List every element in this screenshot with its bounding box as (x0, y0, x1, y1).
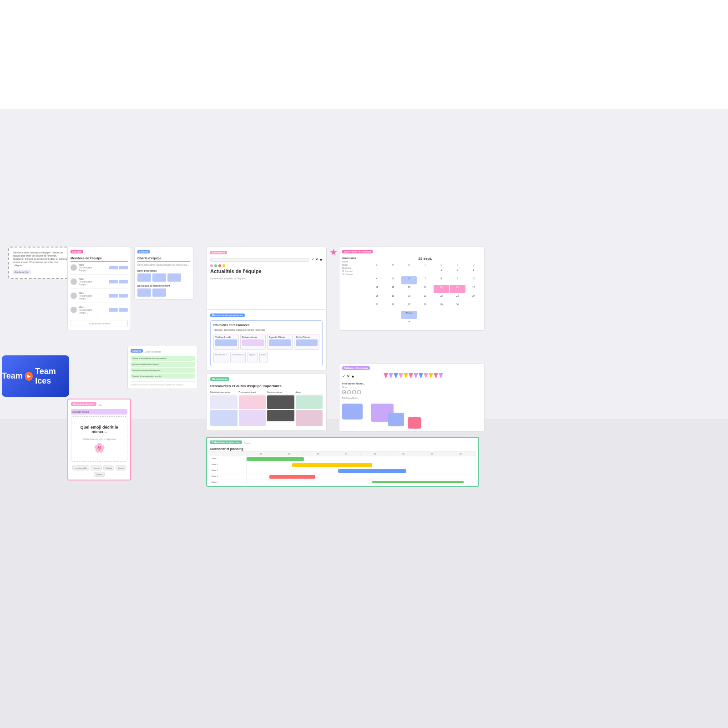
doc-card-1[interactable]: Tableau Lundi (213, 334, 239, 350)
vote-btn-5[interactable]: Curieux (94, 472, 105, 477)
cal-day[interactable] (385, 311, 400, 319)
ressource-item-1[interactable] (210, 395, 238, 409)
cal-day[interactable] (401, 268, 417, 276)
cal-day[interactable]: Réunion (401, 311, 417, 319)
cal-day[interactable] (417, 319, 433, 328)
vote-btn-1[interactable]: Incontournable (72, 465, 89, 470)
cal-day[interactable]: 8 (434, 276, 449, 284)
cal-day[interactable] (369, 311, 384, 319)
cal-day[interactable]: 23 (450, 293, 465, 302)
cal-day[interactable] (466, 319, 481, 328)
team-logo-widget[interactable]: Team ▶ Team Ices (2, 355, 69, 397)
ressource-item-6[interactable] (267, 410, 294, 421)
cal-day-event[interactable]: 16 (450, 285, 465, 293)
annonces-label: Annonces (210, 251, 227, 254)
cal-day[interactable] (417, 268, 433, 276)
gantt-area: S1 S2 S3 S4 S5 S6 S7 S8 Tâche 1 Tâche 2 (210, 451, 475, 483)
cal-day[interactable]: 28 (401, 319, 417, 328)
ressource-item-8[interactable] (296, 410, 323, 426)
cal-day[interactable]: 9 (450, 276, 465, 284)
cal-day[interactable]: 18 (369, 293, 384, 302)
doc-card-5[interactable]: Lien réunion 1 (213, 352, 228, 363)
cal-day[interactable]: 6 (401, 276, 417, 284)
cal-day[interactable] (369, 268, 384, 276)
charte-label: Charte (137, 250, 150, 253)
charte-section-1: Notre philosophie (137, 269, 190, 272)
cal-day[interactable]: 5 (385, 276, 400, 284)
ressource-item-4[interactable] (239, 410, 266, 426)
checkbox-3[interactable] (352, 390, 356, 394)
cal-day[interactable]: 24 (466, 293, 481, 302)
cal-day[interactable] (450, 319, 465, 328)
cal-day[interactable] (466, 311, 481, 319)
gantt-header: S1 S2 S3 S4 S5 S6 S7 S8 (210, 452, 475, 456)
checkbox-4[interactable] (357, 390, 361, 394)
cal-day[interactable] (369, 319, 384, 328)
cal-day[interactable]: 11 (369, 285, 384, 293)
cal-day[interactable]: 26 (385, 302, 400, 310)
cal-day[interactable]: 13 (401, 285, 417, 293)
annonces-widget: Annonces ✓ ✕ ★ Actualités de l'équipe Co… (206, 247, 327, 313)
cal-day[interactable]: 19 (385, 293, 400, 302)
cal-day[interactable]: 14 (417, 285, 433, 293)
green-note-1: Cultiver la bienveillance et la transpar… (131, 356, 195, 361)
cal-day[interactable]: 10 (466, 276, 481, 284)
charte2-widget: Charte Charte de droite Cultiver la bien… (127, 346, 198, 389)
doc-card-7[interactable]: Agenda (248, 352, 258, 363)
cal-day[interactable]: 29 (434, 302, 449, 310)
cal-day[interactable] (434, 311, 449, 319)
doc-card-3[interactable]: Agenda Clients (267, 334, 293, 350)
cal-day[interactable] (385, 319, 400, 328)
planning-label: Calendrier et planning (210, 440, 242, 444)
cal-day[interactable]: 22 (434, 293, 449, 302)
cal-day[interactable]: 4 (369, 276, 384, 284)
cal-main: 25 sept. L M M J V S D 1 2 3 (369, 257, 481, 328)
ressource-item-5[interactable] (267, 395, 294, 409)
blue-block-1 (137, 273, 151, 282)
ressource-item-2[interactable] (210, 410, 238, 426)
color-bar (109, 294, 118, 298)
blue-block-5 (152, 288, 166, 297)
doc-card-2[interactable]: Présentations (240, 334, 266, 350)
cal-day-event[interactable]: 15 (434, 285, 449, 293)
cal-day[interactable]: 17 (466, 285, 481, 293)
add-link-button[interactable]: Ajouter un lien (13, 270, 31, 274)
cal-day[interactable] (466, 302, 481, 310)
blue-block-3 (167, 273, 181, 282)
cal-day[interactable]: 20 (401, 293, 417, 302)
flag-triangle (434, 373, 438, 379)
cal-day[interactable]: 1 (434, 268, 449, 276)
cal-day[interactable]: 7 (417, 276, 433, 284)
cal-day[interactable]: 28 (417, 302, 433, 310)
cal-day[interactable]: 25 (369, 302, 384, 310)
question-header-bar: Question du jour (71, 409, 127, 415)
ressource-item-3[interactable] (239, 395, 266, 409)
cal-day[interactable] (450, 311, 465, 319)
cal-day[interactable]: 12 (385, 285, 400, 293)
search-bar[interactable] (210, 258, 309, 262)
checkbox-2[interactable] (347, 390, 351, 394)
gantt-row-3: Tâche 3 (210, 468, 475, 474)
cal-day[interactable]: 27 (401, 302, 417, 310)
cal-day[interactable] (417, 311, 433, 319)
cal-day[interactable]: 2 (450, 268, 465, 276)
checkbox-1[interactable]: ✓ (342, 390, 346, 394)
cal-day[interactable] (434, 319, 449, 328)
cal-day[interactable] (385, 268, 400, 276)
vote-btn-4[interactable]: Surpris (116, 465, 126, 470)
ressource-item-7[interactable] (296, 395, 323, 409)
membre-row-4: Marc Responsable Equipe 1 (71, 306, 128, 317)
doc-card-8[interactable]: Notes (259, 352, 268, 363)
ressource-col-4: Autres (296, 391, 323, 427)
add-membre-button[interactable]: + Ajouter un membre (71, 320, 128, 327)
cal-day[interactable]: 21 (417, 293, 433, 302)
vote-btn-2[interactable]: Heureux (91, 465, 102, 470)
doc-card-4[interactable]: Fiche Clients (294, 334, 319, 350)
emoji-flower: 🌸 (94, 442, 105, 453)
membres-label: Equipe (71, 250, 83, 253)
cal-day[interactable]: 30 (450, 302, 465, 310)
doc-card-6[interactable]: Lien réunion 2 (230, 352, 245, 363)
cal-day[interactable]: 3 (466, 268, 481, 276)
status-dots (210, 264, 323, 267)
vote-btn-3[interactable]: Satisfait (103, 465, 114, 470)
